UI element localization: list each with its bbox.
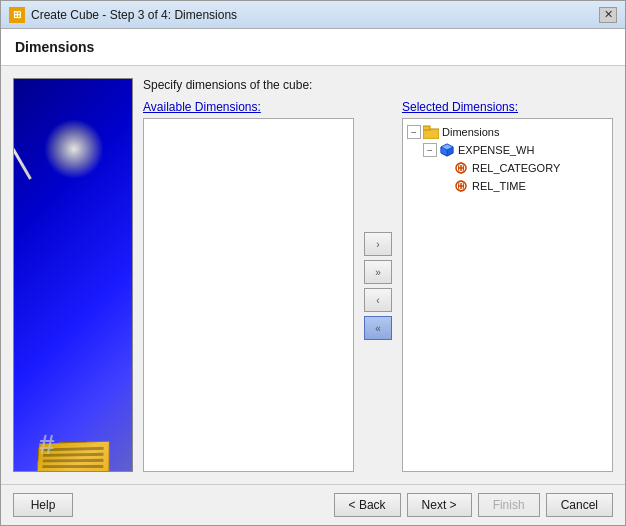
cube-svg [440,143,454,157]
arrow-buttons: › » ‹ « [360,100,396,472]
header-section: Dimensions [1,29,625,66]
title-bar-left: ⊞ Create Cube - Step 3 of 4: Dimensions [9,7,237,23]
footer: Help < Back Next > Finish Cancel [1,484,625,525]
dimension-icon-category [453,160,469,176]
available-panel: Available Dimensions: [143,100,354,472]
cancel-button[interactable]: Cancel [546,493,613,517]
folder-svg [423,125,439,139]
tree-node-expense-wh[interactable]: − EXPENSE_WH [407,141,608,159]
svg-rect-1 [423,126,430,130]
dimensions-area: Available Dimensions: › » ‹ « Selected D… [143,100,613,472]
glow-effect [44,119,104,179]
move-left-button[interactable]: ‹ [364,288,392,312]
tree-node-dimensions[interactable]: − Dimensions [407,123,608,141]
dimension-icon-time [453,178,469,194]
footer-right: < Back Next > Finish Cancel [334,493,613,517]
window-title: Create Cube - Step 3 of 4: Dimensions [31,8,237,22]
back-button[interactable]: < Back [334,493,401,517]
wand-decoration [13,109,32,180]
expand-dimensions[interactable]: − [407,125,421,139]
help-button[interactable]: Help [13,493,73,517]
expand-expense-wh[interactable]: − [423,143,437,157]
tree-node-rel-category[interactable]: REL_CATEGORY [407,159,608,177]
node-label-rel-time: REL_TIME [472,180,526,192]
cube-icon [439,142,455,158]
move-right-button[interactable]: › [364,232,392,256]
footer-left: Help [13,493,73,517]
right-panel: Specify dimensions of the cube: Availabl… [143,78,613,472]
node-label-expense-wh: EXPENSE_WH [458,144,534,156]
book-line [42,465,103,468]
node-label-dimensions: Dimensions [442,126,499,138]
close-button[interactable]: ✕ [599,7,617,23]
tree-node-rel-time[interactable]: REL_TIME [407,177,608,195]
move-left-all-button[interactable]: « [364,316,392,340]
selected-panel: Selected Dimensions: − Dimension [402,100,613,472]
finish-button[interactable]: Finish [478,493,540,517]
app-icon: ⊞ [9,7,25,23]
book-line [42,471,103,472]
folder-icon [423,124,439,140]
hash-decoration: # [39,429,55,461]
illustration-panel: # [13,78,133,472]
dim-svg-category [454,161,468,175]
main-window: ⊞ Create Cube - Step 3 of 4: Dimensions … [0,0,626,526]
page-title: Dimensions [15,39,611,55]
selected-tree[interactable]: − Dimensions − [402,118,613,472]
title-bar: ⊞ Create Cube - Step 3 of 4: Dimensions … [1,1,625,29]
main-content: # Specify dimensions of the cube: Availa… [1,66,625,484]
available-label: Available Dimensions: [143,100,354,114]
move-right-all-button[interactable]: » [364,260,392,284]
node-label-rel-category: REL_CATEGORY [472,162,560,174]
dim-svg-time [454,179,468,193]
available-list[interactable] [143,118,354,472]
next-button[interactable]: Next > [407,493,472,517]
specify-label: Specify dimensions of the cube: [143,78,613,92]
selected-label: Selected Dimensions: [402,100,613,114]
